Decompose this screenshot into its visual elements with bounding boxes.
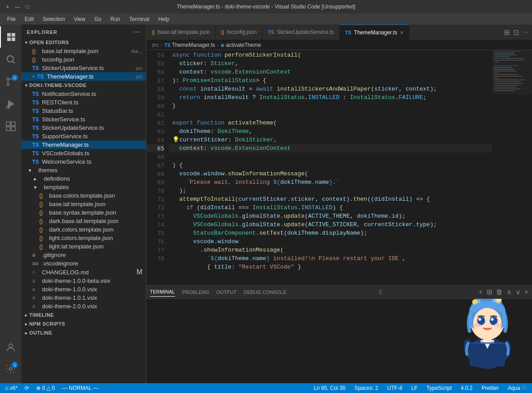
- file-dark-base-laf-template[interactable]: {} dark.base.laf.template.json: [21, 217, 146, 225]
- encoding-status[interactable]: UTF-8: [386, 385, 404, 391]
- file-support-service[interactable]: TS SupportService.ts: [21, 132, 146, 141]
- encoding-label: UTF-8: [387, 385, 403, 391]
- menu-edit[interactable]: Edit: [21, 15, 37, 23]
- open-file-base-laf-template[interactable]: {} base.laf.template.json the...: [21, 47, 146, 55]
- file-changelog[interactable]: ○ CHANGELOG.md M: [21, 268, 146, 277]
- more-actions-button[interactable]: ···: [523, 28, 528, 36]
- file-welcome-service[interactable]: TS WelcomeService.ts: [21, 157, 146, 166]
- svg-point-2: [7, 83, 9, 86]
- activity-extensions[interactable]: [0, 116, 21, 137]
- breadcrumb-symbol[interactable]: ◈ activateTheme: [220, 42, 261, 48]
- minimize-button[interactable]: —: [14, 4, 21, 10]
- file-vscodeignore[interactable]: ≡≡ .vscodeignore: [21, 259, 146, 268]
- file-gitignore[interactable]: ≡ .gitignore: [21, 251, 146, 259]
- npm-scripts-section[interactable]: NPM SCRIPTS: [21, 319, 146, 328]
- tab-base-laf[interactable]: {} base.laf.template.json: [146, 25, 216, 40]
- activity-source-control[interactable]: 1: [0, 71, 21, 92]
- svg-rect-9: [6, 127, 10, 131]
- breadcrumb-file[interactable]: TS ThemeManager.ts: [164, 42, 215, 48]
- indentation-status[interactable]: Spaces: 2: [353, 385, 380, 391]
- new-terminal-button[interactable]: +: [478, 288, 482, 296]
- timeline-section[interactable]: TIMELINE: [21, 310, 146, 319]
- file-vscode-globals[interactable]: TS VSCodeGlobals.ts: [21, 149, 146, 157]
- split-editor-button[interactable]: ⊞: [504, 28, 510, 37]
- menu-help[interactable]: Help: [155, 15, 173, 23]
- file-base-syntax-template[interactable]: {} base.syntax.template.json: [21, 208, 146, 217]
- sidebar-more-button[interactable]: ···: [133, 28, 141, 36]
- file-vsix-100[interactable]: ≡ doki-theme-1.0.0.vsix: [21, 285, 146, 294]
- folder-templates[interactable]: ▾ templates: [21, 183, 146, 191]
- file-status-bar[interactable]: TS StatusBar.ts: [21, 107, 146, 115]
- tab-close-icon[interactable]: ×: [32, 74, 35, 80]
- file-sticker-update-service[interactable]: TS StickerUpdateService.ts: [21, 124, 146, 132]
- code-content[interactable]: async function performStickerInstall( st…: [169, 50, 492, 285]
- file-name: light.laf.template.json: [49, 243, 142, 250]
- project-section[interactable]: DOKI-THEME-VSCODE: [21, 81, 146, 90]
- activity-settings[interactable]: 1: [0, 358, 21, 380]
- window-controls[interactable]: × — □: [4, 4, 30, 10]
- activity-explorer[interactable]: [0, 26, 21, 48]
- menu-go[interactable]: Go: [91, 15, 105, 23]
- file-notification-service[interactable]: TS NotificationService.ts: [21, 90, 146, 98]
- file-vsix-200[interactable]: ≡ doki-theme-2.0.0.vsix: [21, 302, 146, 310]
- file-dark-colors-template[interactable]: {} dark.colors.template.json: [21, 225, 146, 234]
- split-terminal-button[interactable]: ⊞: [486, 288, 492, 296]
- tab-theme-manager[interactable]: TS ThemeManager.ts ×: [340, 25, 409, 40]
- file-base-colors-template[interactable]: {} base.colors.template.json: [21, 191, 146, 200]
- sync-status[interactable]: ⟳: [23, 385, 31, 391]
- output-tab[interactable]: OUTPUT: [216, 288, 237, 297]
- ts-bread-icon: TS: [164, 42, 172, 48]
- menu-run[interactable]: Run: [107, 15, 124, 23]
- file-theme-manager[interactable]: TS ThemeManager.ts: [21, 141, 146, 149]
- close-panel-button[interactable]: ×: [524, 288, 528, 296]
- folder-definitions[interactable]: ▸ definitions: [21, 174, 146, 183]
- file-vsix-101[interactable]: ≡ doki-theme-1.0.1.vsix: [21, 294, 146, 302]
- folder-themes[interactable]: ▾ themes: [21, 166, 146, 174]
- activity-search[interactable]: [0, 49, 21, 70]
- activity-run[interactable]: [0, 93, 21, 115]
- open-editors-section[interactable]: OPEN EDITORS: [21, 38, 146, 47]
- open-file-sticker-update[interactable]: TS StickerUpdateService.ts src: [21, 64, 146, 72]
- language-status[interactable]: TypeScript: [425, 385, 454, 391]
- open-file-tsconfig[interactable]: {} tsconfig.json: [21, 55, 146, 64]
- close-button[interactable]: ×: [4, 4, 11, 10]
- file-name: light.colors.template.json: [49, 235, 142, 241]
- terminal-tab[interactable]: TERMINAL: [150, 287, 175, 297]
- debug-console-tab[interactable]: DEBUG CONSOLE: [244, 288, 287, 297]
- theme-status[interactable]: Aqua ♡: [506, 385, 528, 391]
- menu-terminal[interactable]: Terminal: [125, 15, 153, 23]
- branch-status[interactable]: ⎌ v6*: [4, 385, 19, 391]
- activity-accounts[interactable]: [0, 337, 21, 358]
- open-changes-button[interactable]: ⊡: [513, 28, 519, 37]
- maximize-button[interactable]: □: [24, 4, 30, 10]
- file-light-laf-template[interactable]: {} light.laf.template.json: [21, 242, 146, 251]
- code-editor[interactable]: 5455565758 5960616263 6465 6667686970 71…: [146, 50, 532, 285]
- tab-tsconfig[interactable]: {} tsconfig.json: [216, 25, 262, 40]
- formatter-status[interactable]: Prettier: [480, 385, 501, 391]
- file-vsix-beta[interactable]: ≡ doki-theme-1.0.0-beta.vsix: [21, 277, 146, 285]
- tab-sticker-update-service[interactable]: TS StickerUpdateService.ts: [262, 25, 340, 40]
- outline-section[interactable]: OUTLINE: [21, 328, 146, 337]
- menu-view[interactable]: View: [70, 15, 89, 23]
- kill-terminal-button[interactable]: 🗑: [496, 288, 503, 296]
- eol-status[interactable]: LF: [410, 385, 420, 391]
- file-base-laf-template[interactable]: {} base.laf.template.json: [21, 200, 146, 208]
- file-rest-client[interactable]: TS RESTClient.ts: [21, 98, 146, 107]
- file-light-colors-template[interactable]: {} light.colors.template.json: [21, 234, 146, 242]
- open-file-theme-manager[interactable]: × TS ThemeManager.ts src: [21, 72, 146, 81]
- breadcrumb-src[interactable]: src: [152, 42, 159, 48]
- terminal-body[interactable]: [146, 299, 532, 383]
- maximize-panel-button[interactable]: ∧: [507, 288, 512, 296]
- file-sticker-service[interactable]: TS StickerService.ts: [21, 115, 146, 124]
- errors-status[interactable]: ⊗ 0 △ 0: [34, 385, 56, 391]
- menu-selection[interactable]: Selection: [39, 15, 68, 23]
- sync-icon: ⟳: [25, 385, 29, 391]
- cursor-position[interactable]: Ln 65, Col 30: [312, 385, 347, 391]
- problems-tab[interactable]: PROBLEMS: [182, 288, 209, 297]
- json-icon: {}: [39, 193, 46, 199]
- vim-mode-status[interactable]: — NORMAL —: [60, 385, 100, 391]
- ts-version-status[interactable]: 4.0.2: [459, 385, 474, 391]
- menu-file[interactable]: File: [4, 15, 19, 23]
- tab-close-button[interactable]: ×: [400, 29, 403, 36]
- minimize-panel-button[interactable]: ∨: [515, 288, 521, 296]
